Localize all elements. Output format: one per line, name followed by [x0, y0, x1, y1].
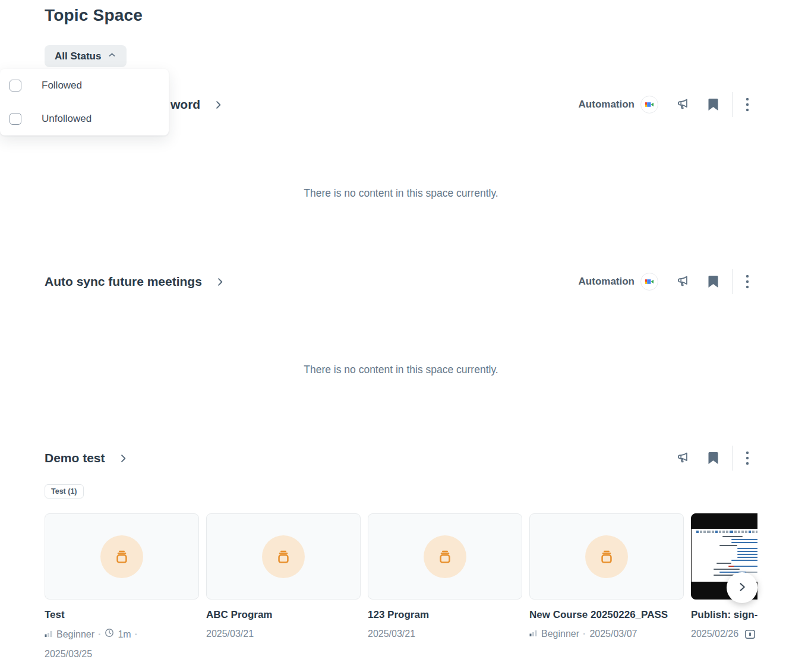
course-card[interactable]: Test Beginner 1m 2025/03/25 [45, 513, 199, 660]
card-title[interactable]: 123 Program [368, 608, 522, 621]
empty-message: There is no content in this space curren… [45, 187, 757, 200]
carousel-next-button[interactable] [727, 572, 757, 603]
chevron-right-icon [736, 581, 748, 595]
meta-separator [98, 629, 101, 641]
level-label: Beginner [541, 628, 579, 640]
unfollowed-checkbox[interactable] [10, 113, 21, 125]
google-meet-icon [640, 273, 658, 291]
media-icon [744, 629, 756, 640]
card-title[interactable]: Publish: sign- [691, 608, 757, 621]
section-header-2: Auto sync future meetings Automation [45, 269, 757, 295]
level-label: Beginner [56, 629, 94, 641]
chevron-right-icon[interactable] [213, 100, 223, 110]
card-meta: Beginner 2025/03/07 [529, 628, 684, 640]
archive-box-icon [585, 535, 628, 578]
card-date: 2025/03/25 [45, 648, 199, 660]
dropdown-option-followed[interactable]: Followed [0, 69, 169, 102]
followed-label: Followed [42, 80, 82, 92]
bookmark-icon[interactable] [707, 97, 719, 112]
course-card[interactable]: New Course 20250226_PASS Beginner 2025/0… [529, 513, 684, 660]
chevron-right-icon[interactable] [215, 277, 225, 287]
meta-separator [135, 629, 138, 641]
status-filter-label: All Status [55, 51, 101, 62]
archive-box-icon [100, 535, 143, 578]
automation-badge: Automation [579, 276, 635, 288]
card-date: 2025/03/21 [206, 628, 361, 640]
card-date: 2025/03/21 [368, 628, 522, 640]
bookmark-icon[interactable] [707, 275, 719, 289]
level-bars-icon [529, 628, 538, 640]
tag-filter-test[interactable]: Test (1) [45, 484, 84, 499]
duration-label: 1m [118, 629, 131, 641]
card-thumbnail[interactable] [368, 513, 522, 600]
level-bars-icon [45, 629, 53, 641]
kebab-menu-icon[interactable] [745, 450, 750, 466]
divider [732, 446, 733, 471]
course-card[interactable]: 123 Program 2025/03/21 [368, 513, 522, 660]
section-title[interactable]: Auto sync future meetings [45, 275, 202, 289]
course-card[interactable]: ABC Program 2025/03/21 [206, 513, 361, 660]
card-meta: Beginner 1m [45, 628, 199, 641]
card-thumbnail[interactable] [206, 513, 361, 600]
archive-box-icon [424, 535, 466, 578]
divider [732, 269, 733, 294]
dropdown-option-unfollowed[interactable]: Unfollowed [0, 102, 169, 135]
card-date: 2025/03/07 [589, 628, 637, 640]
page-title: Topic Space [45, 6, 143, 25]
section-title[interactable]: Demo test [45, 451, 105, 465]
megaphone-icon[interactable] [675, 450, 691, 466]
meta-separator [583, 628, 586, 640]
kebab-menu-icon[interactable] [745, 274, 750, 289]
card-date: 2025/02/26 [691, 628, 738, 640]
status-filter-button[interactable]: All Status [45, 45, 127, 67]
followed-checkbox[interactable] [10, 80, 21, 92]
clock-icon [105, 628, 114, 641]
megaphone-icon[interactable] [675, 274, 691, 289]
card-thumbnail[interactable] [45, 513, 199, 600]
automation-badge: Automation [579, 99, 635, 111]
chevron-right-icon[interactable] [118, 453, 128, 463]
card-title[interactable]: Test [45, 608, 199, 621]
archive-box-icon [262, 535, 305, 578]
megaphone-icon[interactable] [675, 97, 691, 112]
unfollowed-label: Unfollowed [42, 113, 91, 125]
section-header-3: Demo test [45, 445, 757, 471]
kebab-menu-icon[interactable] [745, 97, 750, 112]
divider [732, 92, 733, 117]
card-title[interactable]: New Course 20250226_PASS [529, 608, 684, 621]
card-thumbnail[interactable] [529, 513, 684, 600]
card-meta: 2025/02/26 [691, 628, 757, 640]
section-title[interactable]: word [171, 97, 200, 112]
chevron-up-icon [108, 51, 116, 62]
status-filter-dropdown: Followed Unfollowed [0, 69, 169, 135]
empty-message: There is no content in this space curren… [45, 364, 757, 376]
course-card-carousel: Test Beginner 1m 2025/03/25 ABC Program … [45, 513, 757, 671]
google-meet-icon [640, 96, 658, 113]
bookmark-icon[interactable] [707, 451, 719, 465]
card-title[interactable]: ABC Program [206, 608, 361, 621]
